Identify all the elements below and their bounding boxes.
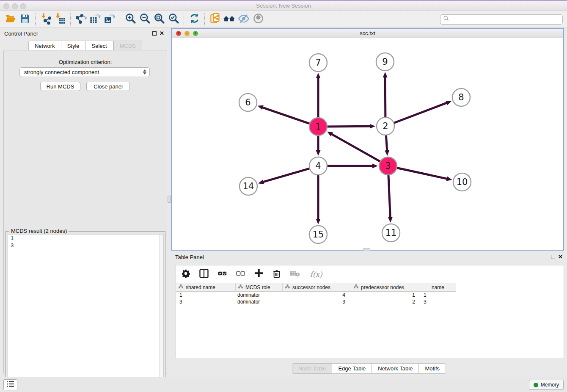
zoom-selected-icon	[168, 13, 179, 26]
gear-icon	[181, 269, 190, 280]
graph-node-label: 2	[383, 121, 388, 131]
export-table-button[interactable]	[88, 12, 102, 27]
graph-node-label: 11	[385, 228, 397, 238]
select-chevrons-icon	[143, 69, 146, 75]
export-network-button[interactable]	[74, 12, 88, 27]
column-header-predecessor-nodes[interactable]: predecessor nodes	[351, 283, 420, 292]
zoom-in-button[interactable]	[123, 12, 138, 27]
save-session-button[interactable]	[18, 12, 32, 27]
zoom-selected-button[interactable]	[166, 12, 181, 27]
graph-node-label: 8	[458, 92, 464, 102]
column-label: predecessor nodes	[361, 284, 404, 290]
checked-boxes-icon	[217, 268, 228, 280]
import-network-icon	[40, 13, 52, 26]
export-image-icon	[104, 13, 116, 26]
node-table[interactable]: shared name MCDS role successor nodes pr…	[176, 283, 564, 358]
graph-node-label: 6	[245, 97, 250, 108]
horizontal-splitter-handle[interactable]	[363, 248, 370, 251]
network-canvas[interactable]: 1234678910111415	[172, 38, 563, 250]
cell-mcds-role: dominator	[236, 292, 283, 298]
houses-icon	[223, 12, 236, 27]
zoom-fit-button[interactable]	[152, 12, 166, 27]
graph-node-label: 3	[385, 161, 391, 171]
duplicate-network-button[interactable]	[208, 12, 222, 27]
delete-table-button[interactable]	[289, 269, 300, 280]
column-label: MCDS role	[245, 284, 270, 290]
search-icon	[443, 15, 449, 23]
window-titlebar: Session: New Session	[0, 0, 567, 11]
refresh-icon	[189, 13, 200, 26]
import-table-button[interactable]	[53, 12, 67, 27]
function-builder-button[interactable]: f(x)	[308, 269, 325, 280]
import-table-icon	[54, 13, 66, 26]
graph-node-label: 9	[382, 57, 388, 67]
zoom-fit-icon	[154, 13, 165, 26]
graph-node-label: 1	[315, 121, 321, 132]
memory-status-dot	[534, 383, 538, 387]
search-input[interactable]	[449, 17, 555, 22]
column-header-mcds-role[interactable]: MCDS role	[236, 283, 283, 292]
table-settings-button[interactable]	[180, 269, 191, 280]
float-table-panel-icon[interactable]	[551, 255, 555, 259]
table-toolbar: f(x)	[176, 265, 564, 283]
tab-network-table[interactable]: Network Table	[372, 363, 419, 374]
show-all-button[interactable]	[251, 12, 265, 27]
optimization-criterion-select[interactable]: strongly connected component	[19, 67, 150, 77]
zoom-in-icon	[125, 13, 136, 26]
mcds-result-title: MCDS result (2 nodes)	[9, 228, 69, 234]
memory-label: Memory	[541, 382, 559, 388]
tab-node-table[interactable]: Node Table	[292, 363, 333, 374]
result-line: 1	[8, 235, 163, 242]
close-table-panel-icon[interactable]: ✕	[558, 254, 563, 260]
task-history-button[interactable]	[3, 379, 17, 390]
list-icon	[7, 381, 14, 389]
vertical-splitter-handle[interactable]	[168, 196, 171, 203]
cell-predecessor-nodes: 2	[351, 298, 420, 305]
column-header-successor-nodes[interactable]: successor nodes	[283, 283, 351, 292]
search-field[interactable]	[440, 14, 563, 25]
open-session-button[interactable]	[3, 12, 18, 27]
first-neighbors-button[interactable]	[222, 12, 237, 27]
create-column-button[interactable]	[253, 269, 264, 280]
toolbar-separator	[204, 13, 205, 26]
memory-button[interactable]: Memory	[529, 380, 564, 390]
export-table-icon	[89, 13, 101, 26]
table-row[interactable]: 3 dominator 3 2 3	[176, 298, 564, 305]
export-network-icon	[75, 13, 87, 26]
export-image-button[interactable]	[102, 12, 117, 27]
table-panel-title: Table Panel	[175, 254, 204, 260]
close-panel-button[interactable]: Close panel	[86, 82, 130, 91]
mcds-result-group: MCDS result (2 nodes) 1 3	[6, 231, 165, 391]
eye-icon	[253, 13, 264, 26]
toolbar-separator	[120, 13, 120, 26]
column-header-name[interactable]: name	[420, 283, 456, 292]
float-panel-icon[interactable]	[152, 31, 157, 36]
apply-layout-button[interactable]	[187, 12, 201, 27]
zoom-out-button[interactable]	[138, 12, 152, 27]
result-scrollbar[interactable]	[159, 235, 163, 389]
toolbar-separator	[70, 13, 71, 26]
column-label: shared name	[186, 284, 215, 290]
import-network-button[interactable]	[39, 12, 53, 27]
graph-node-label: 14	[243, 181, 254, 191]
tab-edge-table[interactable]: Edge Table	[332, 363, 372, 374]
run-mcds-button[interactable]: Run MCDS	[40, 82, 80, 91]
show-column-panel-button[interactable]	[198, 269, 209, 280]
hide-selected-button[interactable]	[237, 12, 251, 27]
close-panel-icon[interactable]: ✕	[160, 30, 164, 36]
cell-mcds-role: dominator	[236, 298, 283, 305]
tab-motifs[interactable]: Motifs	[419, 363, 446, 374]
unselect-all-columns-button[interactable]	[235, 269, 246, 280]
column-header-shared-name[interactable]: shared name	[176, 283, 236, 292]
mcds-result-textarea[interactable]: 1 3	[8, 234, 164, 389]
delete-table-icon	[289, 268, 300, 281]
network-window-title: scc.txt	[172, 30, 563, 36]
table-row[interactable]: 1 dominator 4 1 1	[176, 292, 564, 298]
cell-name: 1	[420, 292, 456, 298]
cell-shared-name: 3	[176, 298, 236, 305]
select-all-columns-button[interactable]	[217, 269, 228, 280]
control-panel: Control Panel ✕ Network Style Select MCD…	[0, 28, 171, 377]
control-panel-header: Control Panel ✕	[0, 28, 171, 39]
network-graph[interactable]: 1234678910111415	[172, 38, 563, 250]
delete-column-button[interactable]	[271, 269, 282, 280]
